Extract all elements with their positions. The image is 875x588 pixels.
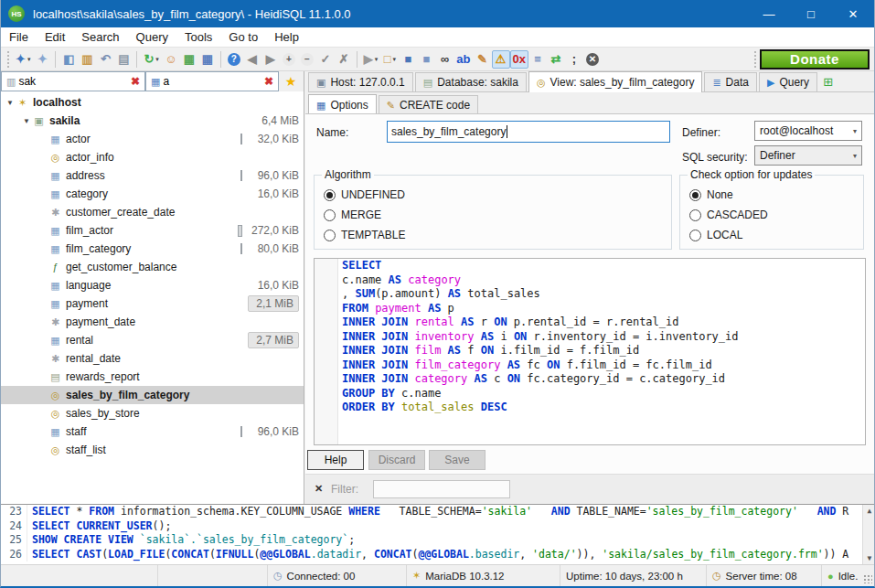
tree-item-payment_date[interactable]: ✱payment_date (1, 313, 304, 331)
run-query-icon[interactable]: ▶▾ (361, 50, 381, 69)
tree-item-film_actor[interactable]: ▦film_actor272,0 KiB (1, 221, 304, 240)
session-manager-icon[interactable]: ✦▾ (13, 50, 33, 69)
stop-on-errors-icon[interactable]: ⚠ (492, 50, 510, 69)
undo-icon[interactable]: ↶ (96, 50, 114, 69)
tree-item-actor_info[interactable]: ◎actor_info (1, 148, 304, 166)
star-icon[interactable]: ★ (279, 71, 303, 91)
options-icon: ▦ (316, 100, 325, 112)
paste-icon[interactable]: ▥ (78, 50, 96, 69)
radio-algorithm-undefined[interactable]: UNDEFINED (324, 187, 405, 203)
tree-item-actor[interactable]: ▦actor32,0 KiB (1, 130, 304, 148)
help-icon[interactable]: ? (225, 50, 243, 69)
tree-item-customer_create_date[interactable]: ✱customer_create_date (1, 203, 304, 221)
code-text: SELECT * FROM information_schema.KEY_COL… (27, 505, 848, 519)
semicolon-icon[interactable]: ; (565, 50, 583, 69)
radio-check-local[interactable]: LOCAL (689, 227, 742, 243)
tree-item-rental[interactable]: ▦rental2,7 MiB (1, 331, 304, 349)
maximize-button[interactable]: □ (790, 0, 832, 27)
post-edits-icon[interactable]: ✓ (316, 50, 335, 69)
replace-text-icon[interactable]: ab (454, 50, 473, 69)
minimize-button[interactable]: — (748, 0, 790, 27)
view-name-input[interactable]: sales_by_film_category (387, 121, 670, 143)
tab-query[interactable]: ▶Query (759, 72, 817, 91)
tree-item-get_customer_balance[interactable]: ƒget_customer_balance (1, 258, 304, 276)
donate-button[interactable]: Donate (760, 49, 870, 69)
menu-item-tools[interactable]: Tools (176, 27, 220, 47)
database-filter-input[interactable] (18, 75, 128, 88)
export-database-icon[interactable]: ▦ (180, 50, 198, 69)
load-sql-icon[interactable]: □▾ (380, 50, 399, 69)
radio-algorithm-merge[interactable]: MERGE (324, 207, 381, 223)
server-time-icon: ◷ (712, 570, 721, 582)
menu-item-edit[interactable]: Edit (37, 27, 73, 47)
save-sql-icon[interactable]: ■ (399, 50, 417, 69)
menu-item-file[interactable]: File (1, 27, 37, 47)
tree-item-address[interactable]: ▦address96,0 KiB (1, 166, 304, 185)
clear-table-filter-icon[interactable]: ✖ (261, 75, 276, 88)
blob-viewer-icon[interactable]: 0x (510, 50, 528, 69)
status-text: Connected: 00 (287, 571, 356, 582)
tab-data[interactable]: ≣Data (704, 72, 757, 91)
view-body-editor[interactable]: 1SELECT2c.name AS category3, SUM(p.amoun… (314, 258, 866, 445)
table-filter-input[interactable] (163, 75, 261, 88)
reformat-sql-icon[interactable]: ✎ (474, 50, 492, 69)
cancel-edits-icon[interactable]: ✗ (335, 50, 353, 69)
menu-item-go-to[interactable]: Go to (220, 27, 266, 47)
scroll-down-icon[interactable]: ▼ (868, 554, 872, 562)
last-record-icon[interactable]: ▶ (261, 50, 280, 69)
close-button[interactable]: ✕ (832, 0, 874, 27)
tree-item-language[interactable]: ▦language16,0 KiB (1, 276, 304, 294)
disconnect-icon[interactable]: ✦ (33, 50, 51, 69)
delete-record-icon[interactable]: − (298, 50, 316, 69)
save-data-icon[interactable]: ▦ (198, 50, 217, 69)
tree-item-staff[interactable]: ▦staff96,0 KiB (1, 422, 304, 441)
subtab-create-code[interactable]: ✎CREATE code (379, 95, 478, 114)
scroll-up-icon[interactable]: ▲ (868, 507, 872, 515)
tree-item-sales_by_store[interactable]: ◎sales_by_store (1, 404, 304, 422)
chevron-expanded-icon[interactable]: ▼ (5, 99, 16, 107)
tree-item-staff_list[interactable]: ◎staff_list (1, 441, 304, 459)
status-pane-mariadb-10-3-12: ✶MariaDB 10.3.12 (407, 565, 560, 586)
menu-item-query[interactable]: Query (128, 27, 176, 47)
tree-item-category[interactable]: ▦category16,0 KiB (1, 185, 304, 203)
close-icon[interactable]: ✕ (315, 483, 323, 495)
stop-icon[interactable]: ✕ (583, 50, 602, 69)
subtab-options[interactable]: ▦Options (308, 94, 377, 115)
clear-database-filter-icon[interactable]: ✖ (128, 75, 143, 88)
sql-log-panel[interactable]: ▲ ▼ 23SELECT * FROM information_schema.K… (1, 504, 875, 564)
resize-grip[interactable] (863, 574, 872, 583)
tab-database-sakila[interactable]: ▤Database: sakila (415, 72, 527, 91)
save-sql-as-icon[interactable]: ■ (417, 50, 435, 69)
new-query-tab-icon[interactable]: ⊞ (823, 75, 833, 89)
menu-item-help[interactable]: Help (266, 27, 307, 47)
explain-icon[interactable]: ≡ (528, 50, 547, 69)
tree-item-sales_by_film_category[interactable]: ◎sales_by_film_category (1, 386, 304, 404)
find-text-icon[interactable]: ∞ (435, 50, 454, 69)
tree-item-film_category[interactable]: ▦film_category80,0 KiB (1, 240, 304, 258)
tree-item-localhost[interactable]: ▼✶localhost (1, 93, 304, 112)
log-filter-input[interactable] (373, 480, 510, 498)
tab-host-127-0-0-1[interactable]: ▣Host: 127.0.0.1 (308, 72, 413, 91)
tree-item-payment[interactable]: ▦payment2,1 MiB (1, 294, 304, 313)
sql-security-select[interactable]: Definer▾ (754, 145, 862, 166)
tree-item-rewards_report[interactable]: ▤rewards_report (1, 368, 304, 386)
bind-params-icon[interactable]: ⇄ (547, 50, 565, 69)
insert-record-icon[interactable]: + (280, 50, 298, 69)
radio-algorithm-temptable[interactable]: TEMPTABLE (324, 227, 405, 243)
refresh-icon[interactable]: ↻▾ (141, 50, 161, 69)
tree-item-rental_date[interactable]: ✱rental_date (1, 349, 304, 368)
log-scrollbar[interactable]: ▲ ▼ (862, 505, 875, 564)
definer-select[interactable]: root@localhost▾ (754, 121, 862, 141)
first-record-icon[interactable]: ◀ (243, 50, 261, 69)
copy-icon[interactable]: ◧ (59, 50, 78, 69)
help-button[interactable]: Help (307, 450, 364, 470)
print-icon[interactable]: ▤ (114, 50, 133, 69)
tree-item-sakila[interactable]: ▼▣sakila6,4 MiB (1, 112, 304, 130)
radio-check-cascaded[interactable]: CASCADED (689, 207, 768, 223)
user-manager-icon[interactable]: ☺ (162, 50, 180, 69)
tab-view-sales-by-film-category[interactable]: ◎View: sales_by_film_category (528, 71, 702, 92)
menu-item-search[interactable]: Search (73, 27, 127, 47)
table-icon: ▦ (48, 134, 62, 145)
radio-check-none[interactable]: None (689, 187, 733, 203)
chevron-expanded-icon[interactable]: ▼ (21, 117, 32, 125)
